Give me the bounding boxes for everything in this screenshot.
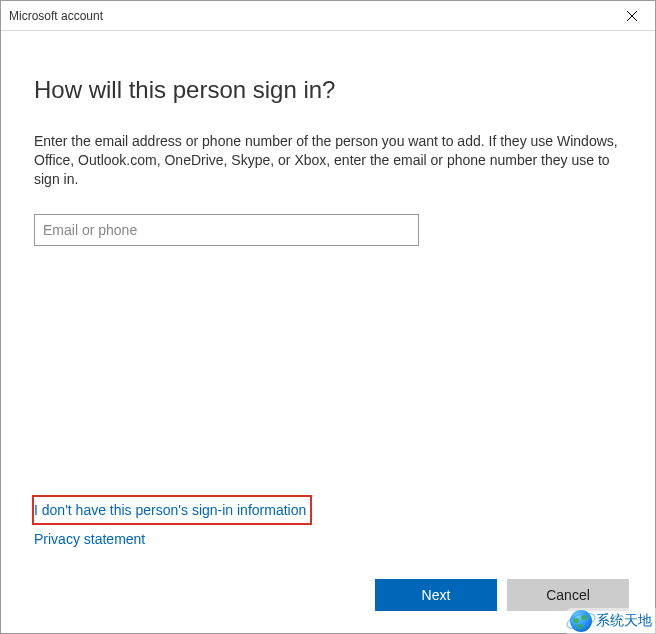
no-signin-info-link[interactable]: I don't have this person's sign-in infor… bbox=[34, 502, 306, 518]
close-button[interactable] bbox=[609, 1, 655, 31]
dialog-body: How will this person sign in? Enter the … bbox=[1, 31, 655, 633]
dialog-window: Microsoft account How will this person s… bbox=[0, 0, 656, 634]
watermark-text: 系统天地 bbox=[596, 612, 652, 630]
page-heading: How will this person sign in? bbox=[34, 76, 622, 104]
description-text: Enter the email address or phone number … bbox=[34, 132, 622, 189]
window-title: Microsoft account bbox=[9, 1, 103, 31]
button-row: Next Cancel bbox=[375, 579, 629, 611]
email-or-phone-input[interactable] bbox=[34, 214, 419, 246]
globe-icon bbox=[570, 610, 592, 632]
titlebar: Microsoft account bbox=[1, 1, 655, 31]
watermark: 系统天地 bbox=[566, 608, 656, 634]
next-button[interactable]: Next bbox=[375, 579, 497, 611]
privacy-statement-link[interactable]: Privacy statement bbox=[34, 531, 145, 547]
highlight-box: I don't have this person's sign-in infor… bbox=[32, 495, 312, 525]
cancel-button[interactable]: Cancel bbox=[507, 579, 629, 611]
close-icon bbox=[627, 11, 637, 21]
links-section: I don't have this person's sign-in infor… bbox=[34, 495, 312, 548]
